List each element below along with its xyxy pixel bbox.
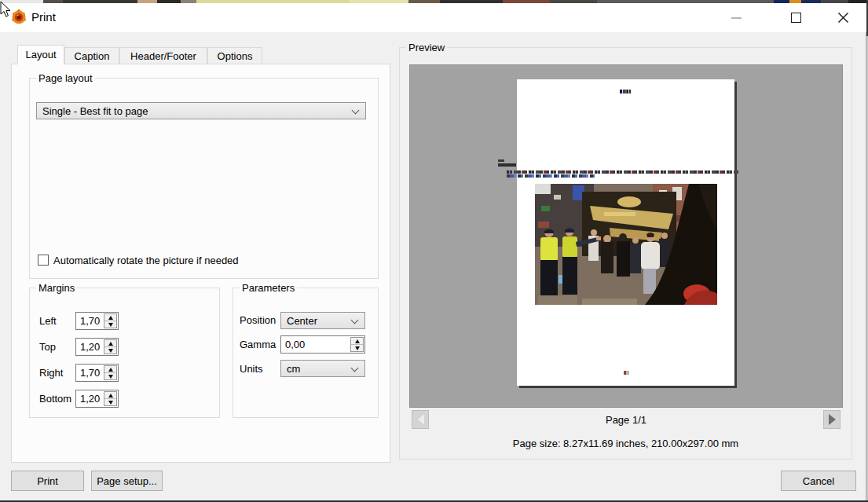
layout-tab-panel: Page layout Single - Best fit to page Au…	[11, 64, 390, 463]
page-layout-group: Page layout Single - Best fit to page Au…	[29, 78, 379, 279]
margin-left-label: Left	[39, 315, 57, 327]
margin-bottom-label: Bottom	[39, 393, 71, 405]
margin-bottom-input[interactable]	[76, 390, 103, 407]
preview-page-footer-mark	[624, 371, 629, 375]
margin-left-stepper	[75, 312, 119, 330]
maximize-button[interactable]	[778, 3, 814, 32]
margins-group-label: Margins	[36, 282, 77, 294]
page-setup-button[interactable]: Page setup...	[91, 471, 163, 491]
preview-caption-line	[507, 174, 595, 178]
margin-top-spin	[104, 339, 117, 354]
spin-up-button[interactable]	[104, 314, 116, 321]
spin-up-icon	[108, 394, 113, 398]
cancel-button[interactable]: Cancel	[781, 471, 856, 491]
margin-right-input[interactable]	[76, 365, 103, 381]
close-button[interactable]	[825, 3, 861, 32]
preview-group-label: Preview	[406, 42, 447, 53]
preview-photo	[535, 184, 717, 305]
margin-right-label: Right	[39, 367, 63, 379]
page-indicator: Page 1/1	[409, 414, 843, 426]
tab-label: Options	[218, 50, 253, 62]
tab-header-footer[interactable]: Header/Footer	[119, 47, 207, 64]
close-icon	[837, 12, 849, 24]
spin-down-button[interactable]	[104, 372, 116, 379]
minimize-icon	[731, 17, 742, 19]
units-selected-value: cm	[287, 363, 300, 375]
spin-down-icon	[108, 375, 113, 379]
mouse-cursor	[0, 2, 13, 19]
cancel-button-label: Cancel	[803, 475, 834, 487]
position-label: Position	[240, 314, 276, 326]
gamma-stepper	[280, 335, 365, 354]
xnview-app-icon	[10, 8, 27, 25]
window-title: Print	[31, 10, 56, 24]
margin-bottom-stepper	[75, 390, 119, 408]
tab-layout[interactable]: Layout	[17, 45, 64, 64]
title-bar: Print	[0, 3, 866, 32]
spin-down-icon	[108, 401, 113, 405]
spin-up-icon	[108, 342, 113, 346]
spin-down-icon	[108, 349, 113, 353]
maximize-icon	[791, 13, 801, 23]
spin-down-icon	[108, 323, 113, 327]
page-layout-select[interactable]: Single - Best fit to page	[36, 102, 366, 119]
page-setup-button-label: Page setup...	[97, 475, 157, 487]
spin-up-button[interactable]	[104, 392, 116, 398]
preview-caption-text	[498, 163, 516, 167]
print-button-label: Print	[37, 475, 58, 487]
margin-left-spin	[104, 313, 117, 328]
spin-down-button[interactable]	[104, 398, 116, 405]
gamma-label: Gamma	[240, 339, 276, 350]
margins-group: Margins Left Top Right	[29, 288, 220, 418]
spin-up-button[interactable]	[104, 366, 116, 372]
tab-label: Header/Footer	[130, 50, 196, 62]
margin-top-label: Top	[39, 341, 56, 353]
spin-down-button[interactable]	[104, 321, 116, 328]
margin-left-input[interactable]	[76, 313, 103, 329]
position-select[interactable]: Center	[280, 312, 365, 329]
spin-down-button[interactable]	[351, 344, 363, 351]
page-size-text: Page size: 8.27x11.69 inches, 210.00x297…	[399, 438, 852, 449]
units-label: Units	[240, 363, 263, 375]
parameters-group-label: Parameters	[240, 282, 297, 294]
gamma-spin	[350, 337, 364, 352]
chevron-down-icon	[351, 317, 359, 324]
print-button[interactable]: Print	[11, 471, 84, 491]
minimize-button[interactable]	[718, 3, 754, 32]
tab-label: Layout	[25, 49, 56, 60]
margin-top-input[interactable]	[76, 339, 103, 355]
position-selected-value: Center	[287, 315, 317, 327]
spin-down-button[interactable]	[104, 346, 116, 354]
tab-options[interactable]: Options	[207, 47, 262, 64]
spin-up-button[interactable]	[351, 338, 363, 344]
auto-rotate-checkbox[interactable]	[38, 255, 49, 266]
spin-up-button[interactable]	[104, 340, 116, 346]
preview-caption-text	[498, 159, 504, 162]
page-layout-group-label: Page layout	[36, 72, 95, 84]
tab-caption[interactable]: Caption	[64, 47, 119, 64]
spin-up-icon	[108, 368, 113, 372]
spin-down-icon	[355, 346, 360, 350]
chevron-down-icon	[352, 107, 360, 115]
chevron-down-icon	[351, 365, 359, 372]
margin-bottom-spin	[104, 391, 117, 406]
page-layout-selected-value: Single - Best fit to page	[42, 105, 148, 117]
gamma-input[interactable]	[281, 336, 350, 353]
auto-rotate-label: Automatically rotate the picture if need…	[53, 255, 239, 266]
tab-label: Caption	[75, 50, 110, 62]
margin-right-stepper	[75, 364, 119, 382]
margin-top-stepper	[75, 338, 119, 356]
units-select[interactable]: cm	[280, 360, 365, 377]
parameters-group: Parameters Position Center Gamma Units c…	[233, 288, 379, 418]
margin-right-spin	[104, 365, 117, 380]
spin-up-icon	[355, 339, 360, 343]
spin-up-icon	[108, 316, 113, 320]
preview-caption-line	[507, 170, 738, 174]
preview-page-header-text	[620, 90, 631, 93]
